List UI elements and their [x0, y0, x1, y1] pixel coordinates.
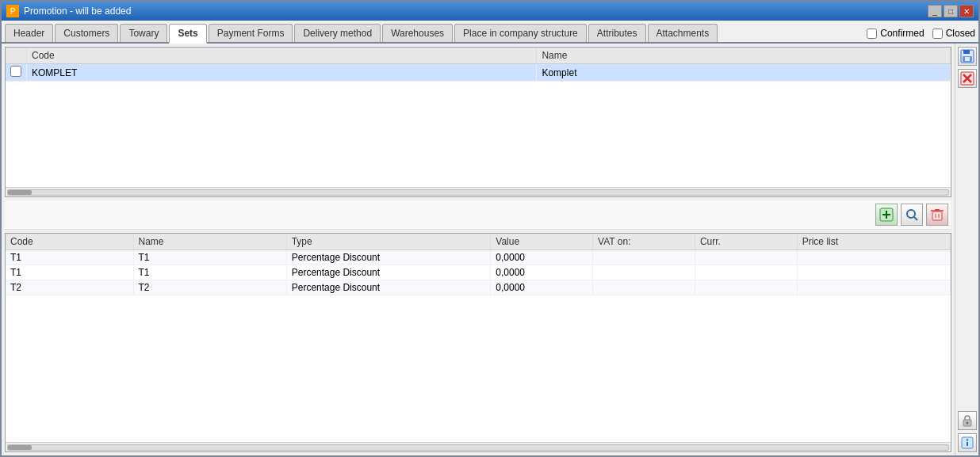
- row-type: Percentage Discount: [286, 280, 491, 295]
- closed-checkbox-label[interactable]: Closed: [932, 28, 975, 39]
- svg-point-18: [966, 422, 968, 425]
- row-vat: [593, 280, 695, 295]
- tab-header[interactable]: Header: [5, 24, 53, 42]
- info-button[interactable]: [958, 433, 977, 452]
- svg-rect-5: [932, 211, 942, 220]
- bottom-scrollbar[interactable]: [6, 442, 951, 451]
- confirmed-label: Confirmed: [880, 28, 924, 39]
- bottom-table-header-row: Code Name Type Value VAT on: Curr. Price…: [6, 234, 951, 250]
- top-scrollbar-thumb[interactable]: [8, 190, 32, 195]
- top-scrollbar-track[interactable]: [7, 189, 949, 196]
- tab-place-in-company[interactable]: Place in company structure: [454, 24, 587, 42]
- top-panel: Code Name KOMPLET Komplet: [5, 47, 951, 197]
- discard-icon: [960, 71, 974, 86]
- svg-rect-13: [965, 57, 970, 61]
- bottom-table-container[interactable]: Code Name Type Value VAT on: Curr. Price…: [6, 234, 951, 442]
- action-toolbar: [5, 200, 951, 230]
- side-buttons: [955, 44, 978, 455]
- row-vat: [593, 265, 695, 280]
- col-checkbox: [6, 48, 27, 64]
- col-vat-header: VAT on:: [593, 234, 695, 250]
- row-pricelist: [797, 265, 950, 280]
- col-value-header: Value: [491, 234, 593, 250]
- bottom-scrollbar-thumb[interactable]: [8, 445, 32, 450]
- row-curr: [695, 280, 797, 295]
- row-checkbox-cell[interactable]: [6, 64, 27, 82]
- row-value: 0,0000: [491, 250, 593, 265]
- top-table-container[interactable]: Code Name KOMPLET Komplet: [6, 48, 951, 187]
- row-type: Percentage Discount: [286, 265, 491, 280]
- row-checkbox[interactable]: [10, 66, 21, 77]
- bottom-table: Code Name Type Value VAT on: Curr. Price…: [6, 234, 951, 295]
- table-row[interactable]: T1 T1 Percentage Discount 0,0000: [6, 265, 951, 280]
- closed-label: Closed: [946, 28, 975, 39]
- svg-rect-11: [963, 50, 970, 54]
- bottom-panel: Code Name Type Value VAT on: Curr. Price…: [5, 233, 951, 452]
- info-icon: [961, 436, 974, 449]
- bottom-scrollbar-track[interactable]: [7, 444, 949, 451]
- minimize-button[interactable]: _: [928, 5, 942, 17]
- add-icon: [879, 208, 894, 222]
- add-button[interactable]: [875, 204, 898, 226]
- title-bar-left: P Promotion - will be added: [6, 5, 131, 17]
- row-pricelist: [797, 250, 950, 265]
- row-name: T2: [133, 280, 286, 295]
- tab-payment-forms[interactable]: Payment Forms: [209, 24, 293, 42]
- row-vat: [593, 250, 695, 265]
- confirmed-checkbox[interactable]: [867, 29, 877, 39]
- row-code: KOMPLET: [27, 64, 537, 82]
- content-area: Code Name KOMPLET Komplet: [2, 44, 955, 455]
- col-type-header: Type: [286, 234, 491, 250]
- tab-sets[interactable]: Sets: [169, 24, 206, 44]
- discard-button[interactable]: [958, 69, 977, 88]
- maximize-button[interactable]: □: [944, 5, 958, 17]
- table-row[interactable]: KOMPLET Komplet: [6, 64, 951, 82]
- lock-icon: [961, 414, 974, 427]
- save-icon: [960, 49, 974, 63]
- table-row[interactable]: T1 T1 Percentage Discount 0,0000: [6, 250, 951, 265]
- row-name: T1: [133, 250, 286, 265]
- tab-towary[interactable]: Towary: [120, 24, 167, 42]
- search-button[interactable]: [901, 204, 923, 226]
- row-code: T1: [6, 250, 133, 265]
- col-name-header2: Name: [133, 234, 286, 250]
- svg-line-4: [914, 217, 917, 220]
- close-button[interactable]: ✕: [959, 5, 974, 17]
- tab-attributes[interactable]: Attributes: [588, 24, 646, 42]
- tabs-bar: Header Customers Towary Sets Payment For…: [2, 21, 978, 44]
- title-bar: P Promotion - will be added _ □ ✕: [2, 2, 978, 21]
- closed-checkbox[interactable]: [932, 29, 943, 39]
- main-content: Code Name KOMPLET Komplet: [2, 44, 978, 455]
- top-table: Code Name KOMPLET Komplet: [6, 48, 951, 82]
- row-name: T1: [133, 265, 286, 280]
- svg-point-21: [966, 439, 967, 440]
- col-code-header2: Code: [6, 234, 133, 250]
- col-code-header: Code: [27, 48, 537, 64]
- title-buttons: _ □ ✕: [928, 5, 974, 17]
- search-icon: [905, 208, 919, 222]
- svg-point-3: [907, 210, 915, 218]
- save-button[interactable]: [958, 47, 977, 66]
- row-curr: [695, 250, 797, 265]
- tab-delivery-method[interactable]: Delivery method: [294, 24, 381, 42]
- confirmed-checkbox-label[interactable]: Confirmed: [867, 28, 924, 39]
- top-table-header-row: Code Name: [6, 48, 951, 64]
- tab-attachments[interactable]: Attachments: [648, 24, 718, 42]
- tab-customers[interactable]: Customers: [55, 24, 118, 42]
- row-value: 0,0000: [491, 280, 593, 295]
- col-curr-header: Curr.: [695, 234, 797, 250]
- row-type: Percentage Discount: [286, 250, 491, 265]
- table-row[interactable]: T2 T2 Percentage Discount 0,0000: [6, 280, 951, 295]
- row-pricelist: [797, 280, 950, 295]
- delete-row-button[interactable]: [926, 204, 948, 226]
- top-scrollbar[interactable]: [6, 187, 951, 196]
- row-value: 0,0000: [491, 265, 593, 280]
- lock-button[interactable]: [958, 411, 977, 430]
- row-curr: [695, 265, 797, 280]
- tab-warehouses[interactable]: Warehouses: [382, 24, 453, 42]
- col-pricelist-header: Price list: [797, 234, 950, 250]
- row-name: Komplet: [537, 64, 951, 82]
- row-code: T2: [6, 280, 133, 295]
- row-code: T1: [6, 265, 133, 280]
- toolbar-right: Confirmed Closed: [867, 28, 975, 42]
